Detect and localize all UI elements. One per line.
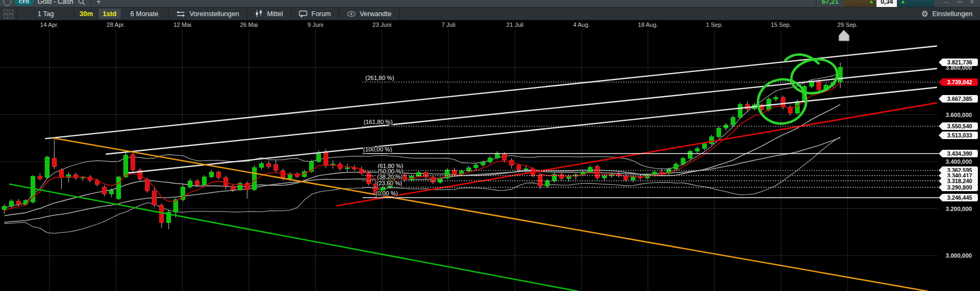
means-label: Mittel (267, 10, 283, 18)
badge-pointer (939, 195, 941, 200)
change-value: 67,21 (822, 0, 838, 5)
date-tick-label: 18 Aug. (638, 21, 658, 28)
badge-pointer (939, 133, 941, 138)
date-tick-label: 15 Sep. (771, 21, 791, 28)
badge-pointer (939, 60, 941, 65)
related-button[interactable]: Verwandte (339, 8, 399, 20)
layout-grid-icon (3, 9, 13, 19)
date-tick-label: 29 Sep. (837, 21, 858, 28)
quote-divider (816, 0, 816, 6)
date-tick-label: 23 Juni (372, 21, 391, 28)
price-level-badge: 3.550,540 (941, 122, 978, 130)
badge-pointer (939, 151, 941, 156)
period-button[interactable]: 1 Tag (17, 8, 74, 20)
layout-grid-button[interactable] (0, 8, 17, 20)
date-axis[interactable]: 14 Apr.28 Apr.12 Mai26 Mai9 Juni23 Juni7… (0, 20, 980, 30)
date-tick-label: 26 Mai (240, 21, 257, 28)
buy-button[interactable]: ▲ (897, 0, 934, 8)
gear-icon: ⚙ (921, 10, 928, 18)
restore-icon[interactable]: ▭ (956, 0, 962, 5)
range-button[interactable]: 6 Monate (121, 8, 168, 20)
tab-divider (91, 0, 91, 6)
means-button[interactable]: Mittel (247, 8, 291, 20)
price-gridline-label: 3.400,000 (938, 158, 980, 165)
candles-icon (255, 10, 263, 18)
timeframe-1std-button[interactable]: 1std (98, 9, 121, 19)
date-tick-label: 14 Apr. (40, 21, 58, 28)
trading-chart-window: CFD Gold - Cash + 67,21 ▲ 0,34 ▲ — (0, 0, 980, 291)
current-price-badge: 3.739,042 (941, 78, 978, 86)
spread-value: 0,34 (876, 0, 897, 8)
forum-label: Forum (312, 10, 331, 18)
timeframe-30m-button[interactable]: 30m (75, 8, 98, 20)
price-gridline-label: 3.000,000 (938, 252, 980, 259)
quote-strip: 67,21 ▲ 0,34 ▲ — ▭ ✕ (810, 0, 980, 8)
price-level-badge: 3.667,385 (941, 95, 978, 103)
price-level-badge: 3.821,736 (941, 59, 978, 66)
price-level-badge: 3.246,445 (941, 194, 978, 201)
instrument-tab-bar: CFD Gold - Cash + 67,21 ▲ 0,34 ▲ — (0, 0, 980, 8)
date-tick-label: 21 Juli (506, 21, 524, 28)
badge-pointer (939, 178, 941, 184)
toolbar-divider (399, 8, 400, 20)
chart-toolbar: 1 Tag 30m 1std 6 Monate Voreinstellungen (0, 8, 980, 20)
price-gridline-label: 3.600,000 (938, 112, 980, 118)
sell-up-triangle-icon: ▲ (868, 0, 874, 4)
period-label: 1 Tag (38, 10, 54, 18)
range-label: 6 Monate (130, 10, 158, 18)
date-tick-label: 4 Aug. (573, 21, 590, 28)
badge-pointer (939, 173, 941, 178)
settings-button[interactable]: ⚙ Einstellungen (913, 8, 980, 20)
presets-label: Voreinstellungen (189, 10, 239, 18)
badge-pointer (939, 96, 941, 101)
add-tab-button[interactable]: + (97, 0, 101, 6)
price-level-badge: 3.434,390 (941, 150, 978, 157)
date-tick-label: 12 Mai (173, 21, 191, 28)
price-gridline-label: 3.200,000 (938, 206, 980, 212)
badge-pointer (939, 185, 941, 190)
date-tick-label: 9 Juni (307, 21, 323, 28)
instrument-type-badge: CFD (14, 0, 34, 5)
instrument-tab-title[interactable]: Gold - Cash (38, 0, 73, 5)
badge-pointer (939, 168, 941, 173)
buy-up-triangle-icon: ▲ (900, 0, 905, 4)
sliders-icon (176, 10, 186, 18)
info-circle-icon[interactable] (3, 0, 11, 6)
eye-icon (347, 11, 356, 17)
date-tick-label: 7 Juli (441, 21, 455, 28)
settings-label: Einstellungen (932, 10, 972, 18)
timeframe-30m-label: 30m (79, 10, 93, 18)
timeframe-1std-label: 1std (102, 10, 116, 18)
related-label: Verwandte (360, 10, 392, 18)
search-icon[interactable] (78, 0, 85, 5)
price-level-badge: 3.513,033 (941, 132, 978, 139)
price-level-badge: 3.290,800 (941, 184, 978, 191)
date-tick-label: 1 Sep. (706, 21, 723, 28)
sell-button[interactable]: ▲ (844, 0, 876, 8)
badge-pointer (939, 123, 941, 129)
chart-plot-area[interactable] (0, 30, 938, 291)
speech-bubble-icon (299, 10, 308, 18)
close-icon[interactable]: ✕ (970, 0, 975, 5)
minimize-icon[interactable]: — (943, 0, 949, 5)
price-axis[interactable]: 3.800,0003.600,0003.400,0003.200,0003.00… (938, 30, 980, 291)
date-tick-label: 28 Apr. (107, 21, 125, 28)
forum-button[interactable]: Forum (291, 8, 338, 20)
presets-button[interactable]: Voreinstellungen (168, 8, 246, 20)
badge-pointer (939, 79, 941, 85)
